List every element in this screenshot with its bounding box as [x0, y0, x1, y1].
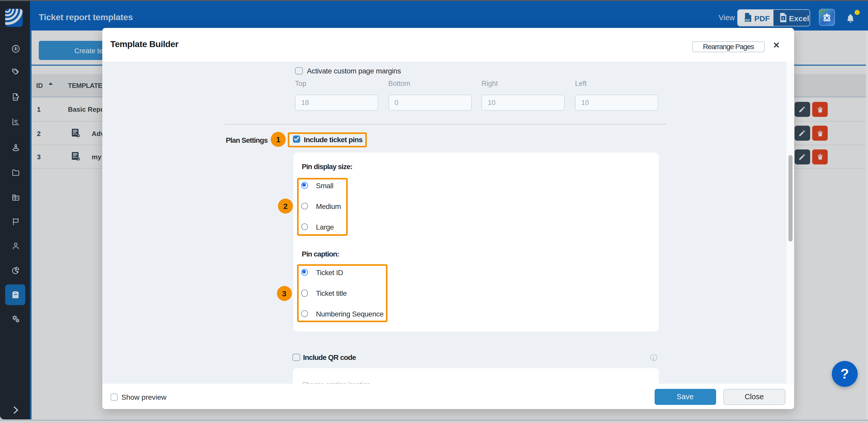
svg-text:x: x: [782, 16, 784, 20]
svg-text:PDF: PDF: [745, 19, 750, 22]
